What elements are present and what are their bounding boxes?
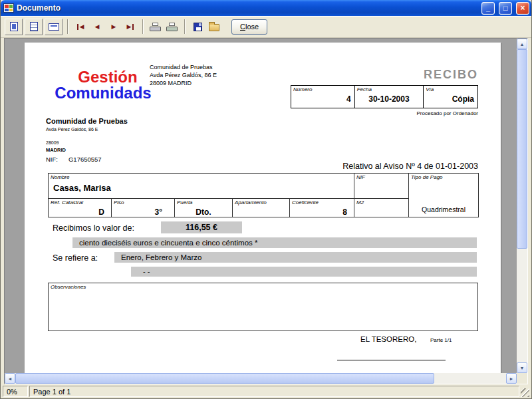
m2-value bbox=[354, 206, 408, 207]
scroll-right-icon: ► bbox=[509, 376, 514, 381]
aviso-line: Relativo al Aviso Nº 4 de 01-01-2003 bbox=[342, 162, 478, 171]
owner-nif-label: NIF bbox=[354, 174, 408, 181]
app-icon bbox=[3, 3, 14, 13]
preview-canvas: Gestión Comunidads Comunidad de Pruebas … bbox=[5, 39, 517, 373]
next-page-icon: ▶ bbox=[112, 24, 116, 30]
amount-value: 116,55 € bbox=[161, 221, 242, 233]
ref-catastral-label: Ref. Catastral bbox=[49, 199, 111, 206]
observaciones-label: Observaciones bbox=[49, 283, 477, 291]
vertical-scroll-thumb[interactable] bbox=[517, 49, 527, 249]
m2-label: M2 bbox=[354, 199, 408, 206]
close-preview-button[interactable]: Close bbox=[231, 19, 267, 35]
numero-cell: Número 4 bbox=[291, 86, 355, 108]
scroll-up-button[interactable]: ▲ bbox=[517, 39, 527, 49]
preview-area: Gestión Comunidads Comunidad de Pruebas … bbox=[4, 38, 528, 384]
tipo-pago-cell: Tipo de Pago Quadrimestral bbox=[409, 174, 479, 217]
printer-setup-button[interactable] bbox=[148, 19, 163, 35]
tipo-pago-value: Quadrimestral bbox=[409, 205, 478, 213]
apartamiento-cell: Apartamiento bbox=[233, 199, 290, 217]
close-window-button[interactable]: × bbox=[516, 2, 529, 15]
piso-label: Piso bbox=[112, 199, 174, 206]
title-bar[interactable]: Documento _ □ × bbox=[1, 0, 531, 16]
scroll-right-button[interactable]: ► bbox=[506, 373, 517, 384]
document-preview-window: Documento _ □ × ◀ ◀ ▶ ▶ Close Gestión Co… bbox=[0, 0, 532, 399]
refers-extra: - - bbox=[131, 267, 477, 277]
via-cell: Vía Cópia bbox=[424, 86, 478, 108]
zoom-fit-icon bbox=[10, 22, 18, 31]
printer-setup-icon bbox=[150, 23, 162, 31]
load-report-button[interactable] bbox=[207, 19, 221, 35]
save-report-button[interactable] bbox=[190, 19, 205, 35]
print-button[interactable] bbox=[165, 19, 180, 35]
puerta-cell: Puerta Dto. bbox=[175, 199, 233, 217]
piso-value: 3° bbox=[112, 206, 174, 217]
nif-cell: NIF bbox=[354, 174, 409, 199]
nombre-cell: Nombre Casas, Marisa bbox=[49, 174, 354, 199]
community-nif: NIF:G17650557 bbox=[46, 156, 102, 163]
fecha-value: 30-10-2003 bbox=[355, 93, 424, 104]
fecha-label: Fecha bbox=[355, 86, 424, 93]
zoom-width-icon bbox=[49, 23, 59, 31]
ref-catastral-value: D bbox=[49, 206, 111, 217]
community-name: Comunidad de Pruebas bbox=[46, 117, 128, 125]
horizontal-scrollbar[interactable]: ◄ ► bbox=[5, 373, 517, 384]
puerta-label: Puerta bbox=[175, 199, 232, 206]
apartamiento-label: Apartamiento bbox=[233, 199, 289, 206]
coeficiente-value: 8 bbox=[290, 206, 354, 217]
observaciones-box: Observaciones bbox=[48, 283, 478, 331]
scroll-up-icon: ▲ bbox=[520, 42, 525, 47]
refers-value: Enero, Febrero y Marzo bbox=[114, 252, 477, 263]
puerta-value: Dto. bbox=[175, 206, 232, 217]
zoom-fit-button[interactable] bbox=[5, 19, 23, 35]
nif-label: NIF: bbox=[46, 156, 58, 163]
prev-page-icon: ◀ bbox=[95, 24, 100, 30]
numero-value: 4 bbox=[291, 93, 354, 104]
preview-toolbar: ◀ ◀ ▶ ▶ Close bbox=[1, 16, 531, 38]
scroll-down-icon: ▼ bbox=[520, 366, 525, 370]
scroll-left-icon: ◄ bbox=[8, 376, 13, 381]
parte-label: Parte 1/1 bbox=[430, 337, 452, 343]
zoom-width-button[interactable] bbox=[45, 19, 63, 35]
piso-cell: Piso 3° bbox=[112, 199, 175, 217]
toolbar-separator bbox=[184, 19, 186, 34]
scroll-left-button[interactable]: ◄ bbox=[5, 373, 15, 384]
vertical-scrollbar[interactable]: ▲ ▼ bbox=[517, 39, 527, 373]
zoom-100-icon bbox=[30, 22, 38, 31]
maximize-button[interactable]: □ bbox=[499, 2, 512, 15]
nif-value: G17650557 bbox=[68, 156, 102, 163]
first-page-button[interactable]: ◀ bbox=[73, 19, 88, 35]
processed-note: Procesado por Ordenador bbox=[417, 110, 479, 116]
header-address: Comunidad de Pruebas Avda Pérez Galdós, … bbox=[150, 63, 217, 87]
community-city: MADRID bbox=[46, 147, 66, 153]
minimize-button[interactable]: _ bbox=[481, 2, 495, 15]
resize-grip[interactable] bbox=[521, 388, 529, 397]
header-address-line2: Avda Pérez Galdós, 86 E bbox=[150, 71, 217, 79]
amount-in-words: ciento dieciséis euros e cincuenta e cin… bbox=[72, 237, 477, 248]
nombre-value: Casas, Marisa bbox=[49, 181, 354, 193]
scroll-down-button[interactable]: ▼ bbox=[517, 362, 527, 373]
window-title: Documento bbox=[17, 3, 477, 13]
zoom-100-button[interactable] bbox=[25, 19, 43, 35]
owner-table: Nombre Casas, Marisa NIF Tipo de Pago Qu… bbox=[48, 173, 479, 217]
print-icon bbox=[166, 23, 178, 31]
header-address-line3: 28009 MADRID bbox=[150, 79, 217, 87]
tesorero-label: EL TESORERO, bbox=[360, 335, 416, 343]
last-page-button[interactable]: ▶ bbox=[123, 19, 138, 35]
prev-page-button[interactable]: ◀ bbox=[90, 19, 104, 35]
coeficiente-label: Coeficiente bbox=[290, 199, 354, 206]
owner-nif-value bbox=[354, 181, 408, 182]
horizontal-scroll-thumb[interactable] bbox=[15, 373, 434, 384]
scrollbar-corner bbox=[517, 373, 527, 384]
last-page-icon: ▶ bbox=[127, 24, 134, 30]
via-label: Vía bbox=[424, 86, 477, 93]
community-address: Avda Pérez Galdós, 86 E bbox=[46, 127, 98, 132]
toolbar-separator bbox=[142, 19, 144, 34]
status-bar: 0% Page 1 of 1 bbox=[1, 384, 531, 398]
first-page-icon: ◀ bbox=[77, 24, 84, 30]
apartamiento-value bbox=[233, 206, 289, 207]
receipt-meta-table: Número 4 Fecha 30-10-2003 Vía Cópia bbox=[291, 85, 478, 108]
recibo-title: RECIBO bbox=[424, 68, 478, 82]
refers-label: Se refiere a: bbox=[53, 253, 98, 263]
next-page-button[interactable]: ▶ bbox=[106, 19, 121, 35]
community-postal: 28009 bbox=[46, 140, 59, 145]
